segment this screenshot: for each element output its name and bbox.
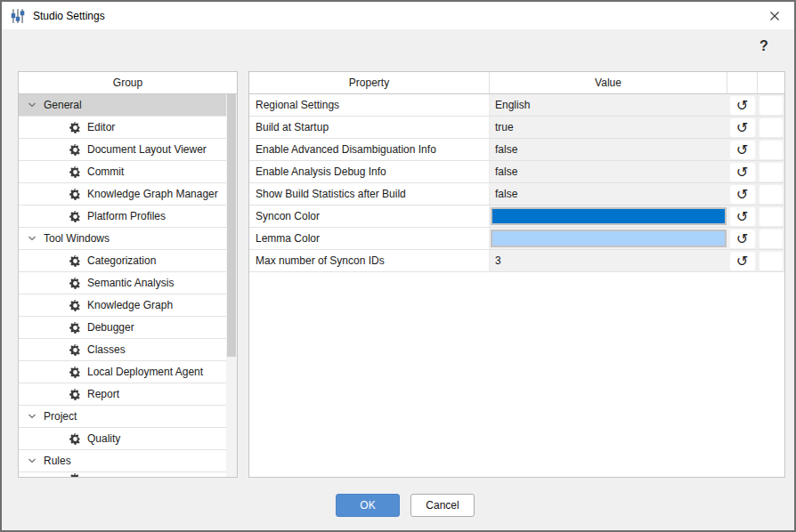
group-item-commit[interactable]: Commit (19, 161, 226, 183)
group-list: General Editor Document Layout Viewer Co… (19, 94, 226, 477)
studio-settings-dialog: Studio Settings ? Group General Editor D… (0, 0, 796, 532)
cancel-button[interactable]: Cancel (410, 494, 475, 517)
gear-icon (69, 389, 81, 400)
gear-icon (69, 278, 81, 289)
property-name: Build at Startup (249, 117, 490, 138)
property-row-build-at-startup: Build at Startup true ↺ (249, 117, 784, 139)
property-value[interactable]: false (490, 139, 727, 160)
property-name: Regional Settings (249, 94, 490, 116)
property-name: Syncon Color (249, 206, 490, 227)
reset-icon: ↺ (736, 97, 748, 114)
group-item-quality[interactable]: Quality (19, 428, 226, 450)
gear-icon (69, 255, 81, 267)
group-item-semantic-analysis[interactable]: Semantic Analysis (19, 272, 226, 294)
sliders-icon (10, 8, 26, 24)
group-item-label: Quality (87, 432, 120, 445)
gear-icon (69, 189, 81, 200)
syncon-color-swatch[interactable] (491, 207, 727, 225)
property-value[interactable]: English (490, 94, 727, 116)
chevron-down-icon (27, 411, 37, 422)
group-item-knowledge-graph[interactable]: Knowledge Graph (19, 294, 226, 317)
property-name: Lemma Color (249, 228, 490, 249)
reset-button[interactable]: ↺ (730, 185, 755, 204)
reset-button[interactable]: ↺ (730, 252, 755, 270)
group-item-label: Document Layout Viewer (87, 143, 207, 156)
group-item-general[interactable]: General (19, 94, 226, 117)
group-item-project[interactable]: Project (19, 406, 226, 428)
group-item-partial (19, 472, 226, 477)
properties-header-row: Property Value (249, 72, 784, 94)
reset-button[interactable]: ↺ (730, 163, 755, 181)
reset-icon: ↺ (736, 186, 748, 203)
reset-button[interactable]: ↺ (730, 230, 755, 248)
lemma-color-swatch[interactable] (491, 230, 727, 247)
property-row-syncon-color: Syncon Color ↺ (249, 206, 784, 228)
value-column-header: Value (490, 72, 727, 93)
group-item-tool-windows[interactable]: Tool Windows (19, 228, 226, 250)
reset-button[interactable]: ↺ (730, 96, 755, 115)
property-row-show-build-statistics-after-build: Show Build Statistics after Build false … (249, 183, 784, 206)
group-item-document-layout-viewer[interactable]: Document Layout Viewer (19, 139, 226, 161)
row-extra-button[interactable] (759, 96, 783, 115)
property-row-enable-advanced-disambiguation-info: Enable Advanced Disambiguation Info fals… (249, 139, 784, 161)
row-extra-button[interactable] (759, 141, 783, 159)
group-item-local-deployment-agent[interactable]: Local Deployment Agent (19, 361, 226, 383)
ok-button[interactable]: OK (336, 494, 400, 517)
group-item-label: Editor (87, 121, 115, 133)
group-item-classes[interactable]: Classes (19, 339, 226, 361)
row-extra-button[interactable] (759, 118, 783, 137)
group-item-platform-profiles[interactable]: Platform Profiles (19, 206, 226, 228)
group-item-categorization[interactable]: Categorization (19, 250, 226, 272)
reset-icon: ↺ (736, 141, 748, 158)
reset-button[interactable]: ↺ (730, 141, 755, 159)
close-button[interactable] (754, 2, 794, 29)
property-value[interactable]: false (490, 161, 727, 182)
group-item-label: General (44, 99, 82, 111)
group-item-label: Project (44, 410, 77, 423)
gear-icon (69, 211, 81, 222)
reset-button[interactable]: ↺ (730, 118, 755, 137)
group-item-knowledge-graph-manager[interactable]: Knowledge Graph Manager (19, 183, 226, 206)
extra-column-header (758, 72, 784, 93)
chevron-down-icon (27, 100, 37, 110)
gear-icon (69, 166, 81, 178)
chevron-down-icon (27, 233, 37, 244)
gear-icon (69, 322, 81, 334)
gear-icon (69, 144, 81, 156)
group-item-editor[interactable]: Editor (19, 117, 226, 139)
help-button[interactable]: ? (753, 36, 775, 57)
scrollbar-thumb[interactable] (227, 94, 236, 357)
property-name: Show Build Statistics after Build (249, 183, 490, 205)
property-row-lemma-color: Lemma Color ↺ (249, 228, 784, 250)
property-value[interactable]: 3 (490, 250, 727, 271)
reset-icon: ↺ (736, 119, 748, 136)
group-item-rules[interactable]: Rules (19, 450, 226, 472)
row-extra-button[interactable] (759, 207, 783, 226)
properties-panel: Property Value Regional Settings English… (248, 71, 785, 478)
row-extra-button[interactable] (759, 230, 783, 248)
row-extra-button[interactable] (759, 185, 783, 204)
group-item-label: Knowledge Graph Manager (87, 188, 218, 200)
row-extra-button[interactable] (759, 163, 783, 181)
group-list-scrollbar[interactable] (226, 94, 237, 477)
help-icon: ? (759, 38, 768, 54)
property-value-cell (490, 206, 727, 227)
reset-icon: ↺ (736, 164, 748, 181)
group-item-debugger[interactable]: Debugger (19, 317, 226, 339)
group-item-label: Categorization (87, 254, 156, 267)
gear-icon (69, 433, 81, 445)
group-item-label: Platform Profiles (87, 210, 166, 222)
gear-icon (69, 122, 81, 133)
reset-icon: ↺ (736, 230, 748, 247)
reset-button[interactable]: ↺ (730, 207, 755, 226)
chevron-down-icon (27, 455, 37, 466)
group-item-report[interactable]: Report (19, 383, 226, 406)
titlebar[interactable]: Studio Settings (2, 2, 794, 29)
group-item-label: Classes (87, 343, 126, 356)
window-title: Studio Settings (33, 10, 105, 22)
property-value-cell (490, 228, 727, 249)
property-name: Enable Advanced Disambiguation Info (249, 139, 490, 160)
property-value[interactable]: false (490, 183, 727, 205)
row-extra-button[interactable] (759, 252, 783, 270)
property-value[interactable]: true (490, 117, 727, 138)
